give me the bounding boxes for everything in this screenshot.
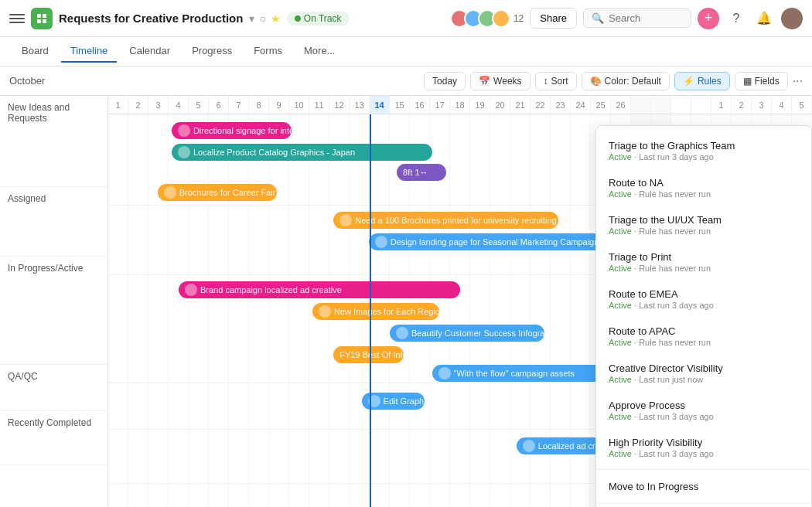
date-3: 3 xyxy=(148,96,169,114)
fields-button[interactable]: ▦ Fields xyxy=(735,72,788,90)
rule-item-move-to-inprog[interactable]: Move to In Progress xyxy=(596,473,811,500)
app-icon xyxy=(31,8,53,29)
add-button[interactable]: + xyxy=(698,8,719,29)
project-title: Requests for Creative Production xyxy=(59,12,243,25)
status-badge: On Track xyxy=(287,12,350,26)
date-next-5: 5 xyxy=(792,96,812,114)
task-brand-campaign[interactable]: Brand campaign localized ad creative xyxy=(179,281,460,298)
calendar-icon: 📅 xyxy=(479,76,490,87)
svg-rect-1 xyxy=(43,14,46,18)
topbar-right: 12 Share 🔍 + ? 🔔 xyxy=(450,8,803,29)
svg-rect-0 xyxy=(37,14,41,18)
color-icon: 🎨 xyxy=(590,76,602,87)
row-label-assigned: Assigned xyxy=(0,187,107,257)
task-new-images[interactable]: New Images for Each Regional Office xyxy=(312,303,439,320)
date-21: 21 xyxy=(510,96,531,114)
rule-item-route-na[interactable]: Route to NA Active · Rule has never run xyxy=(596,169,811,206)
sort-button[interactable]: ↕ Sort xyxy=(535,72,577,90)
row-label-inprog: In Progress/Active xyxy=(0,257,107,365)
task-directional-signage[interactable]: Directional signage for internal events xyxy=(172,122,292,139)
dropdown-icon[interactable]: ▾ xyxy=(249,12,254,25)
user-avatar[interactable] xyxy=(781,8,803,29)
date-26: 26 xyxy=(611,96,631,114)
avatar-count: 12 xyxy=(513,13,524,24)
date-16: 16 xyxy=(410,96,430,114)
notifications-icon[interactable]: 🔔 xyxy=(753,8,775,29)
date-6: 6 xyxy=(209,96,229,114)
svg-rect-2 xyxy=(37,19,41,23)
row-label-qa: QA/QC xyxy=(0,365,107,411)
rule-title: Triage to the Graphics Team xyxy=(609,140,799,151)
date-13: 13 xyxy=(350,96,370,114)
today-line xyxy=(370,114,371,507)
toolbar-right: Today 📅 Weeks ↕ Sort 🎨 Color: Default ⚡ … xyxy=(424,72,803,90)
status-text: On Track xyxy=(304,13,342,24)
task-avatar xyxy=(164,186,176,199)
rule-item-route-emea[interactable]: Route to EMEA Active · Last run 3 days a… xyxy=(596,281,811,318)
date-1: 1 xyxy=(108,96,128,114)
date-next-4: 4 xyxy=(772,96,792,114)
tab-forms[interactable]: Forms xyxy=(244,40,292,63)
weeks-button[interactable]: 📅 Weeks xyxy=(470,72,530,90)
task-beautify[interactable]: Beautify Customer Success Infographic xyxy=(390,325,544,342)
date-header: 1 2 3 4 5 6 7 8 9 10 11 12 13 14 15 16 1… xyxy=(108,96,812,114)
share-button[interactable]: Share xyxy=(530,8,577,29)
rule-item-high-priority[interactable]: High Priority Visibility Active · Last r… xyxy=(596,429,811,466)
color-button[interactable]: 🎨 Color: Default xyxy=(582,72,670,90)
task-8ft[interactable]: 8ft 1↔ xyxy=(397,164,446,181)
today-button[interactable]: Today xyxy=(424,72,466,90)
date-next-2: 2 xyxy=(732,96,752,114)
rule-divider-2 xyxy=(596,503,811,504)
date-next-3: 3 xyxy=(752,96,772,114)
tab-progress[interactable]: Progress xyxy=(183,40,241,63)
rule-item-triage-graphics[interactable]: Triage to the Graphics Team Active · Las… xyxy=(596,132,811,169)
topbar-left: Requests for Creative Production ▾ ○ ★ O… xyxy=(9,8,444,29)
search-input[interactable] xyxy=(609,12,678,24)
month-label: October xyxy=(9,75,45,87)
task-avatar xyxy=(523,440,535,452)
date-27 xyxy=(631,96,651,114)
date-18: 18 xyxy=(450,96,470,114)
star-icon[interactable]: ★ xyxy=(271,12,281,25)
search-box[interactable]: 🔍 xyxy=(583,9,691,28)
date-8: 8 xyxy=(249,96,269,114)
date-17: 17 xyxy=(430,96,450,114)
date-9: 9 xyxy=(269,96,289,114)
date-22: 22 xyxy=(531,96,551,114)
date-20: 20 xyxy=(490,96,510,114)
task-brochures-career[interactable]: Brochures for Career Fair xyxy=(158,184,278,201)
topbar: Requests for Creative Production ▾ ○ ★ O… xyxy=(0,0,812,37)
rules-icon: ⚡ xyxy=(683,76,694,87)
date-10: 10 xyxy=(289,96,309,114)
date-7: 7 xyxy=(229,96,249,114)
tab-calendar[interactable]: Calendar xyxy=(120,40,179,63)
rules-button[interactable]: ⚡ Rules xyxy=(674,72,730,90)
task-localize-product[interactable]: Localize Product Catalog Graphics - Japa… xyxy=(172,144,432,161)
menu-icon[interactable] xyxy=(9,11,25,26)
task-brochures-university[interactable]: Need a 100 Brochures printed for univers… xyxy=(333,212,558,229)
date-12: 12 xyxy=(329,96,350,114)
more-options-icon[interactable]: ··· xyxy=(793,74,803,88)
rule-item-triage-print[interactable]: Triage to Print Active · Rule has never … xyxy=(596,243,811,281)
date-next-1: 1 xyxy=(711,96,732,114)
task-fy19[interactable]: FY19 Best Of Infographic xyxy=(333,346,404,363)
rule-item-approve-process[interactable]: Approve Process Active · Last run 3 days… xyxy=(596,392,811,429)
date-30 xyxy=(691,96,711,114)
info-icon[interactable]: ○ xyxy=(259,12,265,25)
calendar-area: 1 2 3 4 5 6 7 8 9 10 11 12 13 14 15 16 1… xyxy=(108,96,812,507)
date-25: 25 xyxy=(591,96,611,114)
rule-item-creative-director[interactable]: Creative Director Visibility Active · La… xyxy=(596,355,811,392)
date-24: 24 xyxy=(571,96,591,114)
sort-icon: ↕ xyxy=(544,76,548,87)
tab-timeline[interactable]: Timeline xyxy=(61,40,118,63)
tab-board[interactable]: Board xyxy=(12,40,58,63)
help-button[interactable]: ? xyxy=(725,8,747,29)
tab-more[interactable]: More... xyxy=(295,40,344,63)
task-avatar xyxy=(375,236,387,248)
rule-item-route-apac[interactable]: Route to APAC Active · Rule has never ru… xyxy=(596,318,811,355)
rule-item-triage-uiux[interactable]: Triage to the UI/UX Team Active · Rule h… xyxy=(596,206,811,243)
task-avatar xyxy=(438,367,451,379)
timeline-container: New Ideas and Requests Assigned In Progr… xyxy=(0,96,812,507)
task-avatar xyxy=(178,146,190,158)
date-15: 15 xyxy=(390,96,410,114)
